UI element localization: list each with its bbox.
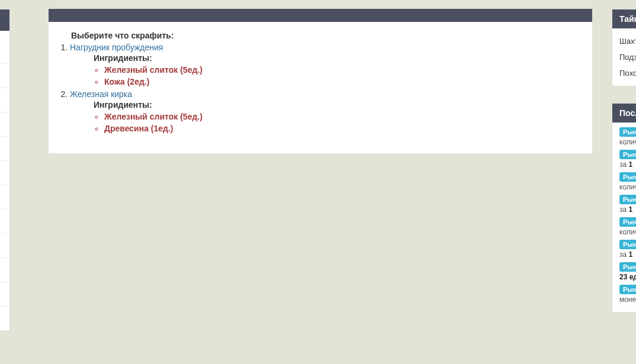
market-badge: Рынок — [619, 195, 636, 204]
feed-text: за 1 — [619, 205, 636, 214]
crafting-card: Выберите что скрафить: Нагрудник пробужд… — [49, 9, 592, 153]
market-badge: Рынок — [619, 150, 636, 159]
feed-text: за 1 — [619, 160, 636, 169]
list-item[interactable] — [0, 258, 9, 282]
stash-panel: Тайники Шахта Подземелье Поход — [612, 9, 636, 86]
market-badge: Рынок — [619, 240, 636, 249]
crafting-card-body: Выберите что скрафить: Нагрудник пробужд… — [49, 22, 592, 153]
list-item[interactable] — [0, 64, 9, 88]
ingredient-item: Железный слиток (5ед.) — [104, 111, 580, 123]
events-panel-title: Последние события — [612, 104, 636, 123]
list-item[interactable] — [0, 137, 9, 161]
feed-text: количество — [619, 183, 636, 191]
left-sidebar — [0, 9, 10, 331]
ingredients-label: Ингридиенты: — [94, 100, 580, 109]
feed-text: 23 ед. — [619, 273, 636, 281]
left-sidebar-header — [0, 9, 9, 31]
recipe-link[interactable]: Железная кирка — [70, 89, 132, 99]
market-badge: Рынок — [619, 172, 636, 182]
events-panel: Последние события Рынок количество Рынок… — [612, 103, 636, 313]
market-badge: Рынок — [619, 217, 636, 227]
market-badge: Рынок — [619, 262, 636, 272]
feed-text: монет — [619, 295, 636, 304]
ingredient-item: Кожа (2ед.) — [104, 76, 580, 88]
stash-panel-title: Тайники — [612, 9, 636, 28]
recipe-item: Нагрудник пробуждения Ингридиенты: Желез… — [70, 43, 580, 88]
list-item[interactable] — [0, 40, 9, 64]
list-item[interactable] — [0, 88, 9, 112]
stash-link[interactable]: Поход — [619, 65, 636, 81]
list-item[interactable] — [0, 307, 9, 331]
right-column: Тайники Шахта Подземелье Поход Последние… — [612, 9, 636, 329]
recipe-item: Железная кирка Ингридиенты: Железный сли… — [70, 89, 580, 135]
recipe-link[interactable]: Нагрудник пробуждения — [70, 43, 163, 52]
ingredient-list: Железный слиток (5ед.) Кожа (2ед.) — [94, 64, 580, 88]
crafting-heading: Выберите что скрафить: — [71, 31, 580, 40]
list-item[interactable] — [0, 112, 9, 137]
list-item[interactable] — [0, 282, 9, 307]
feed-text: количество — [619, 228, 636, 236]
list-item[interactable] — [0, 161, 9, 185]
list-item[interactable] — [0, 234, 9, 258]
ingredient-item: Железный слиток (5ед.) — [104, 64, 580, 76]
ingredient-list: Железный слиток (5ед.) Древесина (1ед.) — [94, 111, 580, 135]
ingredients-label: Ингридиенты: — [94, 53, 580, 63]
list-item[interactable] — [0, 185, 9, 210]
stash-link[interactable]: Шахта — [619, 33, 636, 49]
events-panel-body: Рынок количество Рынок за 1 Рынок количе… — [612, 123, 636, 312]
feed-text: за 1 — [619, 250, 636, 259]
stash-panel-body: Шахта Подземелье Поход — [612, 28, 636, 86]
market-badge: Рынок — [619, 285, 636, 294]
recipe-list: Нагрудник пробуждения Ингридиенты: Желез… — [60, 43, 580, 134]
stash-link[interactable]: Подземелье — [619, 49, 636, 65]
crafting-card-header — [49, 9, 592, 22]
market-badge: Рынок — [619, 127, 636, 137]
list-item[interactable] — [0, 210, 9, 234]
left-sidebar-list — [0, 31, 9, 331]
ingredient-item: Древесина (1ед.) — [104, 123, 580, 134]
feed-text: количество — [619, 138, 636, 146]
